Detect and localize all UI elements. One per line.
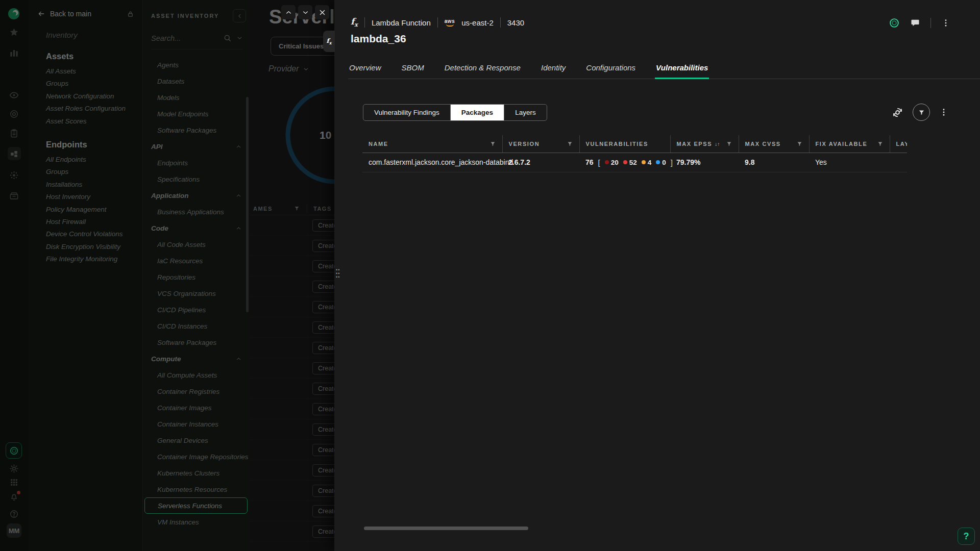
column-header-max-cvss[interactable]: MAX CVSS bbox=[739, 135, 809, 153]
close-drawer-button[interactable] bbox=[315, 5, 329, 19]
asset-type-label: Lambda Function bbox=[372, 18, 431, 27]
cell-vulnerabilities: 76[205240] bbox=[579, 153, 670, 172]
column-label: MAX EPSS bbox=[677, 141, 713, 147]
column-header-version[interactable]: VERSION bbox=[502, 135, 579, 153]
severity-medium-count: 4 bbox=[642, 159, 652, 166]
drawer-nav bbox=[281, 5, 329, 19]
drawer-tabs: OverviewSBOMDetection & ResponseIdentity… bbox=[348, 60, 980, 79]
tab-configurations[interactable]: Configurations bbox=[585, 60, 636, 79]
column-header-vulnerabilities[interactable]: VULNERABILITIES bbox=[579, 135, 670, 153]
more-actions-icon[interactable] bbox=[941, 18, 950, 28]
table-controls: Vulnerability FindingsPackagesLayers bbox=[363, 104, 948, 121]
aws-smile-icon bbox=[446, 24, 454, 27]
drawer-resize-handle[interactable]: •••••• bbox=[336, 268, 340, 279]
scan-status-icon[interactable] bbox=[889, 17, 900, 29]
lambda-fx-icon: fx bbox=[327, 37, 332, 45]
breadcrumb-divider bbox=[437, 17, 438, 28]
filter-funnel-icon[interactable] bbox=[567, 141, 573, 146]
column-label: FIX AVAILABLE bbox=[816, 141, 868, 147]
tab-overview[interactable]: Overview bbox=[348, 60, 382, 79]
severity-high-dot bbox=[623, 160, 627, 164]
aws-icon: aws bbox=[445, 19, 455, 27]
column-label: LAYERS bbox=[896, 141, 908, 147]
column-label: MAX CVSS bbox=[745, 141, 781, 147]
severity-low-count: 0 bbox=[656, 159, 666, 166]
view-segmented-control: Vulnerability FindingsPackagesLayers bbox=[363, 104, 547, 121]
column-label: NAME bbox=[369, 141, 388, 147]
tab-sbom[interactable]: SBOM bbox=[401, 60, 425, 79]
subtab-layers[interactable]: Layers bbox=[504, 105, 547, 120]
packages-table: NAMEVERSIONVULNERABILITIESMAX EPSS↓↑MAX … bbox=[362, 135, 907, 172]
filter-funnel-icon[interactable] bbox=[726, 141, 732, 146]
breadcrumb-divider bbox=[364, 17, 365, 28]
drawer-header-icons bbox=[889, 17, 950, 29]
comment-icon[interactable] bbox=[910, 18, 920, 28]
column-label: VERSION bbox=[509, 141, 540, 147]
tab-identity[interactable]: Identity bbox=[540, 60, 567, 79]
packages-table-header: NAMEVERSIONVULNERABILITIESMAX EPSS↓↑MAX … bbox=[362, 135, 907, 153]
cell-max-cvss: 9.8 bbox=[739, 153, 809, 172]
filter-funnel-icon[interactable] bbox=[877, 141, 883, 146]
lambda-fx-icon: fx bbox=[351, 16, 358, 28]
cell-name: com.fasterxml.jackson.core_jackson-datab… bbox=[362, 153, 502, 172]
lambda-edge-tab[interactable]: fx bbox=[323, 31, 335, 52]
chevron-down-icon bbox=[302, 9, 309, 16]
table-row[interactable]: com.fasterxml.jackson.core_jackson-datab… bbox=[362, 153, 907, 172]
tab-vulnerabilities[interactable]: Vulnerabilities bbox=[655, 60, 709, 79]
cell-version: 2.6.7.2 bbox=[502, 153, 579, 172]
rescan-icon[interactable] bbox=[892, 107, 903, 118]
filter-button[interactable] bbox=[913, 104, 930, 121]
breadcrumb-divider bbox=[500, 17, 501, 28]
asset-count-label: 3430 bbox=[507, 18, 524, 27]
severity-critical-count: 20 bbox=[605, 159, 619, 166]
cell-layers bbox=[890, 153, 907, 172]
column-label: VULNERABILITIES bbox=[586, 141, 648, 147]
sort-icon[interactable]: ↓↑ bbox=[715, 141, 720, 147]
column-header-max-epss[interactable]: MAX EPSS↓↑ bbox=[670, 135, 739, 153]
region-label: us-east-2 bbox=[461, 18, 494, 27]
column-header-layers[interactable]: LAYERS bbox=[890, 135, 907, 153]
table-more-icon[interactable] bbox=[939, 108, 948, 117]
bracket: ] bbox=[671, 158, 673, 167]
previous-asset-button[interactable] bbox=[281, 5, 296, 19]
close-icon bbox=[318, 9, 326, 16]
cell-fix-available: Yes bbox=[809, 153, 890, 172]
breadcrumb: fx Lambda Function aws us-east-2 3430 bbox=[351, 13, 524, 32]
subtab-packages[interactable]: Packages bbox=[451, 105, 504, 120]
help-button[interactable]: ? bbox=[958, 528, 975, 545]
severity-low-dot bbox=[656, 160, 660, 164]
details-drawer: fx •••••• fx Lambda Function aws us-east… bbox=[334, 0, 980, 551]
column-header-name[interactable]: NAME bbox=[362, 135, 502, 153]
vuln-total: 76 bbox=[585, 158, 594, 166]
tab-detection-response[interactable]: Detection & Response bbox=[444, 60, 522, 79]
next-asset-button[interactable] bbox=[298, 5, 312, 19]
aws-label: aws bbox=[445, 19, 455, 24]
asset-title: lambda_36 bbox=[351, 33, 406, 45]
filter-funnel-icon[interactable] bbox=[490, 141, 496, 146]
cell-max-epss: 79.79% bbox=[670, 153, 739, 172]
subtab-vulnerability-findings[interactable]: Vulnerability Findings bbox=[363, 105, 451, 120]
header-divider bbox=[930, 18, 931, 28]
table-control-icons bbox=[892, 104, 948, 121]
column-header-fix-available[interactable]: FIX AVAILABLE bbox=[809, 135, 890, 153]
filter-funnel-icon[interactable] bbox=[797, 141, 802, 146]
chevron-up-icon bbox=[285, 9, 292, 16]
severity-medium-dot bbox=[642, 160, 646, 164]
screen: MM Back to main Inventory AssetsAll Asse… bbox=[0, 0, 980, 551]
horizontal-scrollbar[interactable] bbox=[364, 527, 528, 530]
severity-high-count: 52 bbox=[623, 159, 637, 166]
filter-funnel-icon bbox=[918, 109, 925, 116]
bracket: [ bbox=[598, 158, 600, 167]
severity-critical-dot bbox=[605, 160, 609, 164]
